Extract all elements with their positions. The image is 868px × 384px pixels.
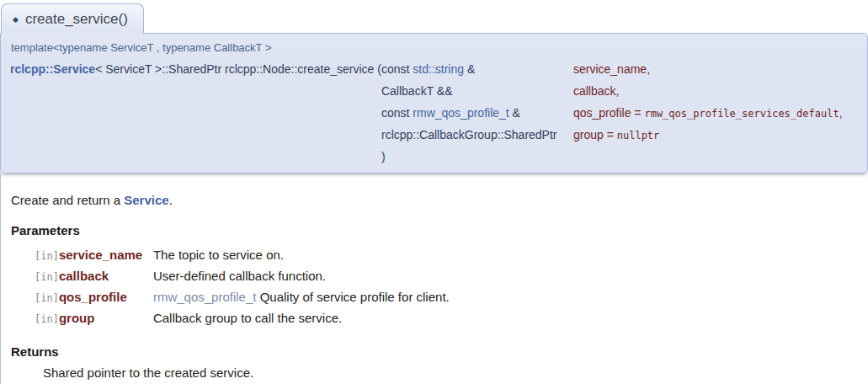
returns-text: Shared pointer to the created service.: [43, 365, 858, 380]
param-default-value: rmw_qos_profile_services_default: [644, 108, 839, 120]
param-doc-name: callback: [59, 265, 153, 286]
param-eq: =: [631, 106, 644, 120]
signature-table: rclcpp::Service< ServiceT >::SharedPtr r…: [10, 59, 843, 168]
param-doc-desc: The topic to service on.: [153, 244, 450, 265]
param-type-text: CallbackT &&: [381, 84, 453, 98]
param-type-cell: const std::string &: [381, 59, 573, 81]
param-desc-text: Quality of service profile for client.: [256, 290, 449, 304]
function-prototype-box: template<typename ServiceT , typename Ca…: [0, 33, 868, 173]
param-name-text: callback: [573, 84, 616, 98]
param-name-text: group: [573, 128, 604, 141]
description-paragraph: Create and return a Service.: [11, 193, 858, 207]
param-desc-text: The topic to service on.: [153, 248, 284, 262]
parameters-table: [in] service_name The topic to service o…: [35, 244, 450, 328]
param-doc-name: group: [59, 307, 153, 328]
function-name-text: < ServiceT >::SharedPtr rclcpp::Node::cr…: [95, 62, 377, 76]
template-line: template<typename ServiceT , typename Ca…: [11, 41, 857, 54]
param-name-cell: callback,: [573, 81, 843, 103]
description-text: .: [169, 193, 173, 207]
param-desc-text: Callback group to call the service.: [153, 311, 342, 325]
param-name-text: qos_profile: [573, 106, 631, 120]
close-paren: ): [381, 147, 573, 168]
parameter-row: [in] service_name The topic to service o…: [35, 244, 450, 265]
member-title-label: create_service(): [25, 11, 128, 27]
return-type-link[interactable]: rclcpp::Service: [10, 62, 95, 76]
signature-row: rclcpp::Service< ServiceT >::SharedPtr r…: [10, 59, 843, 81]
param-doc-name: service_name: [59, 244, 153, 265]
param-name-cell: service_name,: [573, 59, 843, 81]
function-name-cell: rclcpp::Service< ServiceT >::SharedPtr r…: [10, 59, 381, 81]
param-type-text: rclcpp::CallbackGroup::SharedPtr: [381, 128, 557, 141]
param-eq: =: [604, 128, 617, 141]
param-doc-name: qos_profile: [59, 286, 153, 307]
service-class-link[interactable]: Service: [124, 193, 168, 207]
signature-row: CallbackT && callback,: [10, 81, 843, 103]
parameter-row: [in] group Callback group to call the se…: [35, 307, 450, 328]
param-name-text: service_name: [573, 62, 647, 76]
param-type-link[interactable]: rmw_qos_profile_t: [413, 106, 509, 120]
param-desc-link[interactable]: rmw_qos_profile_t: [153, 290, 257, 304]
param-direction: [in]: [35, 286, 59, 307]
permalink-diamond-icon[interactable]: ◆: [13, 15, 19, 24]
param-direction: [in]: [35, 265, 59, 286]
parameters-heading: Parameters: [11, 223, 858, 237]
param-type-link[interactable]: std::string: [413, 62, 464, 76]
param-doc-desc: Callback group to call the service.: [153, 307, 450, 328]
param-type-text: &: [509, 106, 520, 120]
signature-row: const rmw_qos_profile_t & qos_profile = …: [10, 103, 843, 125]
member-title-tab: ◆create_service(): [1, 3, 144, 34]
param-separator: ,: [616, 84, 620, 98]
param-type-cell: const rmw_qos_profile_t &: [381, 103, 573, 125]
signature-row: rclcpp::CallbackGroup::SharedPtr group =…: [10, 125, 843, 147]
signature-row: ): [10, 147, 843, 168]
param-type-cell: rclcpp::CallbackGroup::SharedPtr: [381, 125, 573, 147]
param-name-cell: group = nullptr: [573, 125, 843, 147]
param-separator: ,: [839, 106, 843, 120]
returns-heading: Returns: [11, 344, 858, 359]
parameter-row: [in] callback User-defined callback func…: [35, 265, 450, 286]
param-type-text: &: [464, 62, 475, 76]
member-documentation: Create and return a Service. Parameters …: [0, 173, 868, 384]
param-direction: [in]: [35, 244, 59, 265]
param-type-cell: CallbackT &&: [381, 81, 573, 103]
parameter-row: [in] qos_profile rmw_qos_profile_t Quali…: [35, 286, 450, 307]
param-doc-desc: User-defined callback function.: [153, 265, 450, 286]
description-text: Create and return a: [11, 193, 124, 207]
param-name-cell: qos_profile = rmw_qos_profile_services_d…: [573, 103, 843, 125]
param-type-text: const: [381, 106, 413, 120]
param-type-text: const: [381, 62, 413, 76]
param-default-value: nullptr: [617, 130, 660, 141]
param-doc-desc: rmw_qos_profile_t Quality of service pro…: [153, 286, 450, 307]
param-separator: ,: [647, 62, 650, 76]
param-desc-text: User-defined callback function.: [153, 269, 326, 283]
param-direction: [in]: [35, 307, 59, 328]
